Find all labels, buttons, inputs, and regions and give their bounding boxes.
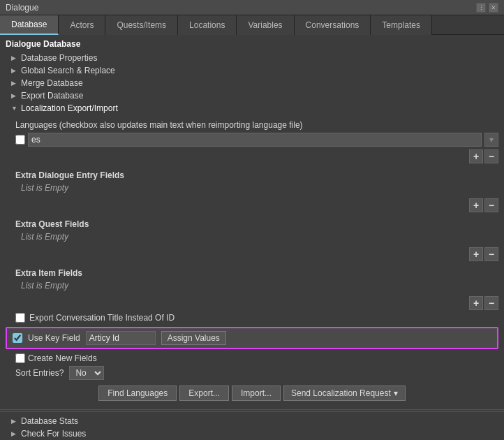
export-btn[interactable]: Export... [179, 386, 229, 401]
extra-item-add-btn[interactable]: + [469, 296, 483, 310]
lang-add-btn[interactable]: + [469, 149, 483, 163]
tab-locations[interactable]: Locations [178, 15, 237, 35]
tree-item-merge-db[interactable]: ▶ Merge Database [0, 77, 504, 89]
tab-variables[interactable]: Variables [237, 15, 294, 35]
extra-item-section: Extra Item Fields List is Empty [0, 263, 504, 295]
tree-item-label: Localization Export/Import [21, 103, 118, 113]
lang-dropdown-icon[interactable]: ▾ [484, 133, 498, 147]
tab-bar: Database Actors Quests/Items Locations V… [0, 15, 504, 35]
export-conv-row: Export Conversation Title Instead Of ID [0, 311, 504, 324]
export-conv-label: Export Conversation Title Instead Of ID [29, 313, 175, 323]
arrow-icon: ▶ [11, 67, 18, 74]
window-controls: ⋮ × [476, 3, 498, 13]
tree-item-localization[interactable]: ▼ Localization Export/Import [0, 102, 504, 115]
title-bar: Dialogue ⋮ × [0, 0, 504, 15]
send-localization-btn[interactable]: Send Localization Request ▾ [283, 386, 406, 401]
tree-item-label: Database Properties [21, 53, 97, 63]
bottom-tree: ▶ Database Stats ▶ Check For Issues ▶ Ed… [0, 411, 504, 440]
extra-quest-remove-btn[interactable]: − [484, 247, 498, 261]
extra-dialogue-empty: List is Empty [0, 182, 504, 194]
tree-item-label: Merge Database [21, 78, 83, 88]
key-field-row: Use Key Field Assign Values [7, 328, 497, 348]
tree-item-label: Check For Issues [21, 429, 86, 439]
extra-item-btn-row: + − [0, 295, 504, 311]
extra-quest-empty: List is Empty [0, 230, 504, 243]
action-button-row: Find Languages Export... Import... Send … [0, 381, 504, 405]
extra-quest-header: Extra Quest Fields [0, 217, 504, 230]
extra-quest-section: Extra Quest Fields List is Empty [0, 214, 504, 246]
key-field-input[interactable] [86, 331, 156, 345]
extra-dialogue-section: Extra Dialogue Entry Fields List is Empt… [0, 165, 504, 197]
arrow-icon: ▼ [11, 105, 18, 112]
tree-item-db-properties[interactable]: ▶ Database Properties [0, 52, 504, 64]
tab-actors[interactable]: Actors [59, 15, 105, 35]
tab-templates[interactable]: Templates [371, 15, 432, 35]
lang-input[interactable] [28, 133, 482, 147]
extra-item-empty: List is Empty [0, 279, 504, 292]
create-new-checkbox[interactable] [15, 353, 25, 363]
tree-item-export-db[interactable]: ▶ Export Database [0, 89, 504, 102]
tab-database[interactable]: Database [0, 15, 59, 35]
window-title: Dialogue [6, 3, 476, 13]
key-field-label: Use Key Field [28, 333, 80, 343]
lang-checkbox[interactable] [15, 135, 25, 145]
arrow-icon: ▶ [11, 430, 18, 437]
key-field-highlight-box: Use Key Field Assign Values [6, 327, 498, 349]
menu-btn[interactable]: ⋮ [476, 3, 486, 13]
tree-item-global-search[interactable]: ▶ Global Search & Replace [0, 64, 504, 77]
create-new-label: Create New Fields [28, 353, 97, 363]
assign-values-btn[interactable]: Assign Values [161, 331, 226, 345]
close-btn[interactable]: × [489, 3, 498, 13]
sort-select[interactable]: No Yes [69, 366, 104, 380]
key-field-checkbox[interactable] [13, 333, 22, 343]
tree-item-check-issues[interactable]: ▶ Check For Issues [0, 427, 504, 440]
tab-quests[interactable]: Quests/Items [105, 15, 178, 35]
extra-dialogue-add-btn[interactable]: + [469, 198, 483, 212]
extra-dialogue-remove-btn[interactable]: − [484, 198, 498, 212]
tab-conversations[interactable]: Conversations [295, 15, 371, 35]
export-conv-checkbox[interactable] [15, 313, 25, 323]
tree-item-db-stats[interactable]: ▶ Database Stats [0, 415, 504, 427]
import-btn[interactable]: Import... [232, 386, 281, 401]
extra-quest-btn-row: + − [0, 246, 504, 263]
lang-row: ▾ [0, 131, 504, 148]
divider [0, 409, 504, 410]
arrow-icon: ▶ [11, 80, 18, 87]
create-new-row: Create New Fields [0, 352, 504, 365]
extra-dialogue-btn-row: + − [0, 197, 504, 214]
send-dropdown-arrow: ▾ [394, 388, 398, 398]
lang-remove-btn[interactable]: − [484, 149, 498, 163]
sort-label: Sort Entries? [15, 368, 64, 378]
tree-item-label: Export Database [21, 91, 83, 101]
localization-section: Languages (checkbox also updates main te… [0, 115, 504, 408]
main-content: Dialogue Database ▶ Database Properties … [0, 35, 504, 440]
section-header: Dialogue Database [0, 35, 504, 52]
extra-item-header: Extra Item Fields [0, 265, 504, 279]
arrow-icon: ▶ [11, 418, 18, 425]
tree-item-label: Database Stats [21, 416, 78, 426]
scroll-panel[interactable]: Dialogue Database ▶ Database Properties … [0, 35, 504, 440]
send-localization-label: Send Localization Request [291, 388, 391, 398]
tree-item-label: Global Search & Replace [21, 66, 115, 75]
arrow-icon: ▶ [11, 54, 18, 61]
lang-description: Languages (checkbox also updates main te… [0, 117, 504, 131]
extra-quest-add-btn[interactable]: + [469, 247, 483, 261]
arrow-icon: ▶ [11, 92, 18, 99]
extra-dialogue-header: Extra Dialogue Entry Fields [0, 168, 504, 182]
lang-icon-btn-row: + − [0, 148, 504, 165]
extra-item-remove-btn[interactable]: − [484, 296, 498, 310]
find-languages-btn[interactable]: Find Languages [98, 386, 177, 401]
sort-row: Sort Entries? No Yes [0, 365, 504, 381]
